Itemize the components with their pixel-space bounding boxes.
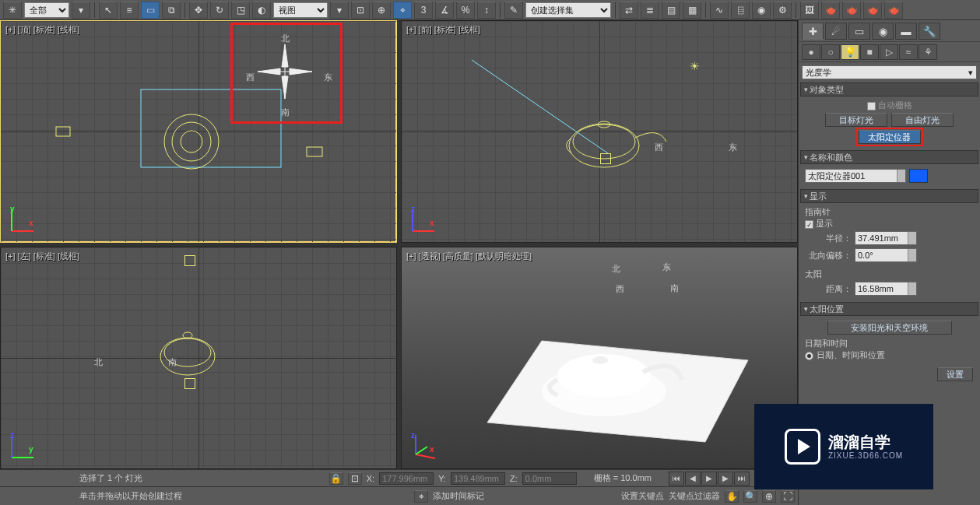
svg-rect-11 xyxy=(56,127,70,136)
viewport-left[interactable]: [+] [左] [标准] [线框] 北 南 yz xyxy=(0,247,397,469)
arrow-icon[interactable]: ▾ xyxy=(72,2,90,19)
svg-point-9 xyxy=(181,131,202,153)
window-crossing-icon[interactable]: ⧉ xyxy=(162,2,181,19)
time-start-icon[interactable]: ⏮ xyxy=(669,472,684,486)
view-select[interactable]: 视图 xyxy=(273,2,328,18)
render-setup-icon[interactable]: ⚙ xyxy=(773,2,792,19)
coord-x[interactable]: 177.996mm xyxy=(379,472,434,485)
rollout-object-type[interactable]: 对象类型 xyxy=(800,82,978,96)
render-active-icon[interactable]: 🫖 xyxy=(863,2,882,19)
render-frame-icon[interactable]: 🖼 xyxy=(800,2,819,19)
add-time-tag[interactable]: 添加时间标记 xyxy=(433,490,518,502)
move-icon[interactable]: ✥ xyxy=(189,2,208,19)
rollout-name-color[interactable]: 名称和颜色 xyxy=(800,150,978,164)
nav-zoom-icon[interactable]: 🔍 xyxy=(743,490,757,503)
select-object-icon[interactable]: ↖ xyxy=(99,2,118,19)
tab-motion[interactable]: ◉ xyxy=(872,23,894,40)
top-toolbar: ✳ 全部 ▾ ↖ ≡ ▭ ⧉ ✥ ↻ ◳ ◐ 视图 ▾ ⊡ ⊕ ⌖ 3 ∡ % … xyxy=(0,0,980,20)
snap-3-icon[interactable]: 3 xyxy=(414,2,433,19)
btn-set[interactable]: 设置 xyxy=(937,367,973,381)
time-next-icon[interactable]: ▶ xyxy=(718,472,733,486)
spinner-snap-icon[interactable]: ↕ xyxy=(477,2,496,19)
coord-z[interactable]: 0.0mm xyxy=(522,472,577,485)
auto-grid-checkbox[interactable] xyxy=(867,102,876,110)
curve-editor-icon[interactable]: ∿ xyxy=(710,2,729,19)
key-filter-button[interactable]: 关键点过滤器 xyxy=(669,490,720,502)
rotate-icon[interactable]: ↻ xyxy=(210,2,229,19)
create-subtabs: ● ○ 💡 ■ ▷ ≈ ⚘ xyxy=(799,42,980,62)
tab-create[interactable]: ✚ xyxy=(802,23,824,40)
nav-max-icon[interactable]: ⛶ xyxy=(781,490,795,503)
light-category-select[interactable]: 光度学▾ xyxy=(802,65,977,79)
show-compass-checkbox[interactable] xyxy=(805,220,813,229)
sub-lights-icon[interactable]: 💡 xyxy=(841,44,859,60)
set-key-button[interactable]: 设置关键点 xyxy=(621,490,664,502)
svg-line-31 xyxy=(416,447,427,454)
named-sel-icon[interactable]: ✎ xyxy=(504,2,523,19)
object-color-swatch[interactable] xyxy=(909,169,928,183)
tab-display[interactable]: ▬ xyxy=(895,23,917,40)
isolate-icon[interactable]: ⊡ xyxy=(348,472,362,485)
sub-geometry-icon[interactable]: ● xyxy=(802,44,820,60)
angle-snap-icon[interactable]: ∡ xyxy=(435,2,454,19)
viewport-front[interactable]: [+] [前] [标准] [线框] ☀ 西 东 xz xyxy=(401,20,798,243)
placement-icon[interactable]: ◐ xyxy=(252,2,271,19)
scale-icon[interactable]: ◳ xyxy=(231,2,250,19)
schematic-icon[interactable]: ⌸ xyxy=(731,2,750,19)
layer-icon[interactable]: ▤ xyxy=(662,2,680,19)
btn-sun-positioner[interactable]: 太阳定位器 xyxy=(859,130,921,144)
sub-shapes-icon[interactable]: ○ xyxy=(821,44,840,60)
app-icon[interactable]: ✳ xyxy=(3,2,22,19)
tab-utilities[interactable]: 🔧 xyxy=(919,23,940,40)
nav-orbit-icon[interactable]: ⊕ xyxy=(762,490,776,503)
render-iter-icon[interactable]: 🫖 xyxy=(842,2,861,19)
sub-helpers-icon[interactable]: ▷ xyxy=(880,44,898,60)
svg-marker-2 xyxy=(282,44,288,67)
time-tag-icon[interactable]: ⌖ xyxy=(414,490,428,503)
coord-icon[interactable]: ▾ xyxy=(330,2,349,19)
sub-cameras-icon[interactable]: ■ xyxy=(860,44,879,60)
axis-gizmo-persp: xz xyxy=(408,431,439,462)
svg-marker-4 xyxy=(258,68,280,75)
time-prev-icon[interactable]: ◀ xyxy=(685,472,701,486)
scope-select[interactable]: 全部 xyxy=(24,2,69,18)
mirror-icon[interactable]: ⇄ xyxy=(620,2,638,19)
select-region-icon[interactable]: ▭ xyxy=(141,2,160,19)
tab-hierarchy[interactable]: ▭ xyxy=(848,23,870,40)
distance-spinner[interactable]: 16.58mm xyxy=(855,282,917,296)
scene-explorer-icon[interactable]: ▦ xyxy=(683,2,701,19)
time-play-icon[interactable]: ▶ xyxy=(701,472,717,486)
select-name-icon[interactable]: ≡ xyxy=(120,2,139,19)
percent-snap-icon[interactable]: % xyxy=(456,2,475,19)
viewport-perspective[interactable]: [+] [透视] [高质量] [默认明暗处理] 北 南 东 西 xz xyxy=(401,247,798,469)
sub-spacewarps-icon[interactable]: ≈ xyxy=(899,44,918,60)
rollout-sun-position[interactable]: 太阳位置 xyxy=(800,302,978,316)
svg-line-17 xyxy=(472,60,608,153)
pivot-icon[interactable]: ⊡ xyxy=(351,2,370,19)
object-name-field[interactable]: 太阳定位器001 xyxy=(805,169,906,183)
sub-systems-icon[interactable]: ⚘ xyxy=(919,44,937,60)
time-end-icon[interactable]: ⏭ xyxy=(734,472,750,486)
btn-install-env[interactable]: 安装阳光和天空环境 xyxy=(827,321,952,335)
btn-free-light[interactable]: 自由灯光 xyxy=(891,113,954,127)
svg-point-8 xyxy=(172,122,211,161)
rollout-display[interactable]: 显示 xyxy=(800,189,978,203)
viewport-top[interactable]: [+] [顶] [标准] [线框] 北 南 东 西 xy xyxy=(0,20,397,243)
material-editor-icon[interactable]: ◉ xyxy=(752,2,771,19)
selection-lock-icon[interactable]: 🔒 xyxy=(329,472,343,485)
snap-toggle-icon[interactable]: ⌖ xyxy=(393,2,412,19)
named-set-select[interactable]: 创建选择集 xyxy=(525,2,611,18)
datetime-mode-radio[interactable] xyxy=(805,352,813,360)
align-icon[interactable]: ≣ xyxy=(641,2,659,19)
btn-target-light[interactable]: 目标灯光 xyxy=(825,113,887,127)
nav-pan-icon[interactable]: ✋ xyxy=(725,490,739,503)
manip-icon[interactable]: ⊕ xyxy=(372,2,391,19)
coord-y[interactable]: 139.489mm xyxy=(451,472,505,485)
render-prod-icon[interactable]: 🫖 xyxy=(821,2,840,19)
tab-modify[interactable]: ☄ xyxy=(825,23,847,40)
north-offset-spinner[interactable]: 0.0° xyxy=(855,248,917,262)
viewport-nav-icon[interactable]: ✥ xyxy=(775,470,795,487)
render-cloud-icon[interactable]: 🫖 xyxy=(884,2,903,19)
prompt-text: 单击并拖动以开始创建过程 xyxy=(79,490,182,502)
radius-spinner[interactable]: 37.491mm xyxy=(855,231,917,245)
